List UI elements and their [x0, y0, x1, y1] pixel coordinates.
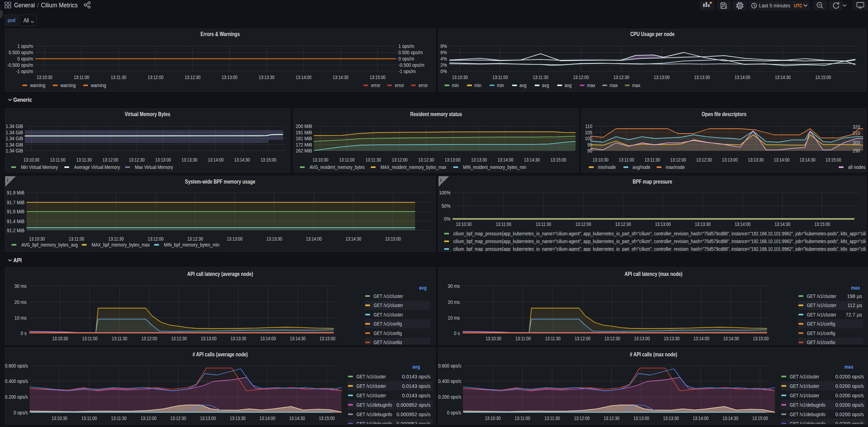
svg-text:10 ms: 10 ms [448, 315, 460, 321]
svg-text:0.000952 ops/s: 0.000952 ops/s [397, 402, 431, 408]
svg-text:Max Virtual Memory: Max Virtual Memory [135, 164, 173, 170]
svg-text:GET /v1/debuginfo: GET /v1/debuginfo [356, 411, 392, 417]
svg-text:0.0200 ops/s: 0.0200 ops/s [835, 411, 864, 417]
svg-text:Resident memory status: Resident memory status [410, 111, 462, 117]
svg-text:min: min [452, 82, 459, 88]
svg-text:0 ops/s: 0 ops/s [14, 410, 28, 415]
svg-text:112 µs: 112 µs [847, 302, 862, 308]
svg-text:warning: warning [60, 82, 75, 88]
svg-text:13:15:00: 13:15:00 [752, 415, 768, 421]
svg-text:13:15:00: 13:15:00 [550, 157, 566, 163]
svg-text:all nodes: all nodes [848, 164, 866, 170]
svg-text:13:12:00: 13:12:00 [141, 336, 157, 341]
svg-text:-1 ops/m: -1 ops/m [16, 69, 33, 74]
svg-text:13:10:30: 13:10:30 [52, 336, 68, 341]
svg-text:CPU Usage per node: CPU Usage per node [630, 31, 675, 37]
svg-text:0.600 ops/s: 0.600 ops/s [438, 363, 461, 369]
svg-text:Last 5 minutes: Last 5 minutes [759, 2, 790, 8]
svg-text:Open file descriptors: Open file descriptors [702, 111, 746, 117]
svg-text:13:14:30: 13:14:30 [723, 336, 739, 341]
svg-text:max: max [587, 82, 595, 88]
svg-text:error: error [419, 82, 428, 88]
svg-text:max: max [851, 285, 860, 291]
svg-text:13:12:00: 13:12:00 [574, 336, 590, 341]
svg-text:13:14:30: 13:14:30 [333, 74, 348, 80]
svg-text:0 ops/m: 0 ops/m [17, 56, 33, 62]
svg-text:13:10:30: 13:10:30 [452, 74, 468, 80]
svg-text:warning: warning [91, 82, 106, 88]
svg-text:Min Virtual Memory: Min Virtual Memory [21, 164, 58, 170]
svg-text:13:12:00: 13:12:00 [575, 221, 591, 227]
svg-text:cilium_bpf_map_pressure{app_ku: cilium_bpf_map_pressure{app_kubernetes_i… [453, 239, 868, 244]
svg-text:13:13:00: 13:13:00 [655, 221, 671, 227]
svg-text:13:11:30: 13:11:30 [644, 157, 660, 163]
svg-text:13:13:30: 13:13:30 [663, 415, 679, 421]
svg-text:GET /v1/config: GET /v1/config [374, 321, 402, 327]
svg-text:GET /v1/debuginfo: GET /v1/debuginfo [790, 411, 825, 417]
svg-text:91.4 MiB: 91.4 MiB [7, 219, 24, 224]
svg-text:13:11:00: 13:11:00 [492, 74, 508, 80]
svg-text:13:11:00: 13:11:00 [81, 415, 97, 421]
svg-text:13:11:30: 13:11:30 [366, 157, 381, 163]
svg-text:100%: 100% [439, 190, 450, 195]
svg-text:13:13:30: 13:13:30 [230, 336, 246, 341]
svg-text:13:10:30: 13:10:30 [29, 236, 45, 242]
svg-text:0%: 0% [441, 69, 447, 74]
svg-text:13:12:00: 13:12:00 [148, 236, 164, 242]
svg-text:13:12:30: 13:12:30 [615, 221, 631, 227]
svg-text:pod: pod [8, 17, 15, 23]
svg-text:172 MiB: 172 MiB [296, 142, 312, 148]
svg-text:91.2 MiB: 91.2 MiB [7, 228, 24, 233]
svg-text:0.0200 ops/s: 0.0200 ops/s [835, 392, 864, 398]
svg-text:# API calls (average node): # API calls (average node) [193, 351, 248, 357]
svg-text:13:14:00: 13:14:00 [735, 74, 750, 80]
svg-text:Cilium Metrics: Cilium Metrics [41, 2, 78, 9]
svg-text:6%: 6% [441, 50, 447, 55]
svg-text:13:12:30: 13:12:30 [170, 415, 186, 421]
svg-text:13:10:30: 13:10:30 [456, 221, 471, 227]
svg-text:1.34 GiB: 1.34 GiB [6, 148, 23, 154]
svg-text:13:11:00: 13:11:00 [69, 236, 84, 242]
svg-text:GET /v1/cluster: GET /v1/cluster [356, 383, 386, 389]
svg-text:13:14:30: 13:14:30 [289, 415, 305, 421]
svg-text:General: General [14, 2, 35, 9]
svg-text:avg: avg [419, 285, 427, 291]
svg-text:13:15:00: 13:15:00 [385, 236, 401, 242]
svg-text:GET /v1/cluster: GET /v1/cluster [374, 312, 403, 318]
svg-text:GET /v1/debuginfo: GET /v1/debuginfo [356, 402, 392, 408]
svg-text:i: i [7, 177, 8, 183]
svg-text:13:15:00: 13:15:00 [319, 415, 334, 421]
svg-text:13:15:00: 13:15:00 [260, 157, 276, 163]
svg-text:13:11:30: 13:11:30 [544, 415, 560, 421]
svg-text:avg: avg [565, 82, 572, 88]
svg-text:avg: avg [542, 82, 549, 88]
svg-text:avg/node: avg/node [632, 164, 650, 170]
svg-text:8%: 8% [441, 43, 447, 49]
svg-text:13:10:30: 13:10:30 [485, 336, 501, 341]
svg-text:13:14:00: 13:14:00 [498, 157, 513, 163]
svg-text:13:12:30: 13:12:30 [613, 74, 629, 80]
svg-text:30 ms: 30 ms [448, 283, 460, 289]
svg-text:13:11:30: 13:11:30 [76, 157, 92, 163]
svg-text:13:14:00: 13:14:00 [693, 415, 708, 421]
svg-text:0 ops/s: 0 ops/s [447, 410, 461, 415]
svg-text:13:11:00: 13:11:00 [50, 157, 65, 163]
svg-text:13:15:00: 13:15:00 [370, 74, 385, 80]
svg-text:13:11:00: 13:11:00 [515, 415, 530, 421]
svg-text:13:13:30: 13:13:30 [694, 74, 710, 80]
svg-text:0 ops/m: 0 ops/m [398, 56, 414, 62]
svg-text:198 µs: 198 µs [847, 293, 862, 299]
svg-text:error: error [395, 82, 404, 88]
svg-text:-1 ops/m: -1 ops/m [398, 69, 416, 74]
svg-text:2%: 2% [441, 62, 447, 68]
svg-text:error: error [371, 82, 380, 88]
svg-text:GET /v1/cluster: GET /v1/cluster [807, 312, 837, 318]
svg-text:13:10:30: 13:10:30 [51, 415, 67, 421]
svg-text:avg: avg [520, 82, 527, 88]
svg-text:13:12:00: 13:12:00 [148, 74, 164, 80]
svg-text:13:11:00: 13:11:00 [619, 157, 634, 163]
svg-text:13:12:30: 13:12:30 [603, 415, 619, 421]
svg-text:4%: 4% [441, 56, 447, 62]
svg-text:MAX_resident_memory_bytes_max: MAX_resident_memory_bytes_max [381, 164, 447, 170]
svg-text:10 ms: 10 ms [14, 315, 27, 321]
